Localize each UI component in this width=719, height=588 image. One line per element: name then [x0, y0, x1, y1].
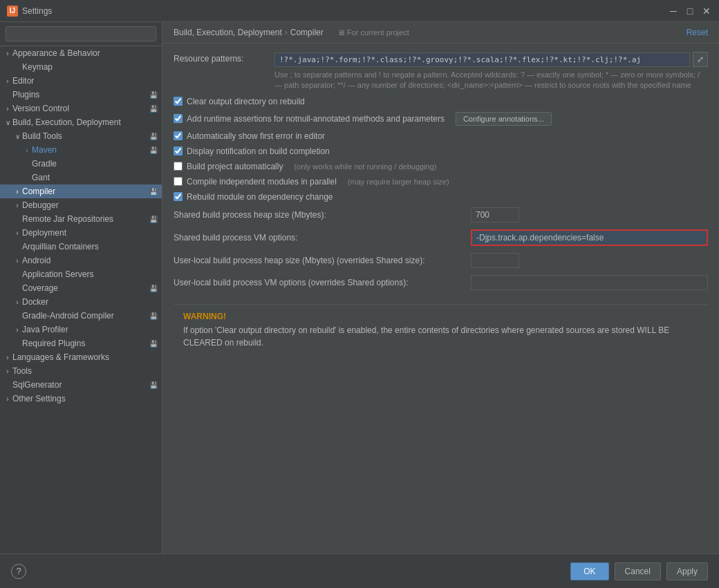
- heap-size-row: Shared build process heap size (Mbytes):: [174, 207, 708, 222]
- checkbox-row-runtime-assertions: Add runtime assertions for notnull-annot…: [174, 112, 708, 126]
- sidebar-label-maven: Maven: [32, 145, 149, 155]
- sidebar-label-tools: Tools: [12, 366, 162, 376]
- sidebar-item-keymap[interactable]: Keymap: [0, 60, 162, 74]
- checkbox-rebuild-dep[interactable]: [174, 192, 183, 201]
- user-vm-input[interactable]: [471, 275, 708, 290]
- vm-options-label: Shared build process VM options:: [174, 233, 471, 243]
- sidebar-item-compiler[interactable]: ›Compiler💾: [0, 184, 162, 198]
- sidebar-label-gradle: Gradle: [32, 159, 162, 169]
- sidebar: ›Appearance & BehaviorKeymap›EditorPlugi…: [0, 22, 162, 553]
- apply-button[interactable]: Apply: [666, 562, 708, 580]
- sidebar-label-gant: Gant: [32, 173, 162, 182]
- ok-button[interactable]: OK: [570, 562, 608, 580]
- resource-hint: Use ; to separate patterns and ! to nega…: [274, 70, 708, 91]
- resource-patterns-row: Resource patterns: ⤢ Use ; to separate p…: [174, 52, 708, 91]
- checkboxes-container: Clear output directory on rebuildAdd run…: [174, 97, 708, 202]
- checkbox-row-build-auto: Build project automatically(only works w…: [174, 162, 708, 171]
- sidebar-item-editor[interactable]: ›Editor: [0, 74, 162, 88]
- vm-options-input[interactable]: [471, 229, 708, 246]
- sidebar-label-version-control: Version Control: [12, 104, 149, 113]
- user-heap-row: User-local build process heap size (Mbyt…: [174, 253, 708, 268]
- warning-box: WARNING! If option 'Clear output directo…: [174, 304, 708, 356]
- breadcrumb-path: Build, Execution, Deployment: [174, 28, 282, 37]
- sidebar-label-gradle-android: Gradle-Android Compiler: [22, 311, 149, 321]
- save-icon-compiler: 💾: [149, 188, 158, 196]
- sidebar-label-remote-jar: Remote Jar Repositories: [22, 214, 149, 224]
- sidebar-item-maven[interactable]: ›Maven💾: [0, 143, 162, 157]
- checkbox-label-runtime-assertions: Add runtime assertions for notnull-annot…: [187, 114, 445, 124]
- user-vm-row: User-local build process VM options (ove…: [174, 275, 708, 290]
- sidebar-item-remote-jar[interactable]: Remote Jar Repositories💾: [0, 212, 162, 226]
- sidebar-item-arquillian[interactable]: Arquillian Containers: [0, 240, 162, 254]
- title-bar: IJ Settings ─ □ ✕: [0, 0, 719, 22]
- save-icon-maven: 💾: [149, 146, 158, 154]
- sidebar-item-plugins[interactable]: Plugins💾: [0, 88, 162, 102]
- user-vm-label: User-local build process VM options (ove…: [174, 278, 471, 287]
- checkbox-show-first-error[interactable]: [174, 131, 183, 140]
- expand-button[interactable]: ⤢: [693, 52, 708, 67]
- title-bar-left: IJ Settings: [7, 6, 52, 17]
- checkbox-runtime-assertions[interactable]: [174, 114, 183, 123]
- sidebar-item-android[interactable]: ›Android: [0, 254, 162, 267]
- sidebar-item-app-servers[interactable]: Application Servers: [0, 267, 162, 281]
- checkbox-clear-output[interactable]: [174, 97, 183, 106]
- minimize-button[interactable]: ─: [668, 6, 679, 17]
- sidebar-item-gradle[interactable]: Gradle: [0, 157, 162, 171]
- sidebar-item-docker[interactable]: ›Docker: [0, 295, 162, 309]
- user-heap-label: User-local build process heap size (Mbyt…: [174, 256, 471, 265]
- checkbox-compile-parallel[interactable]: [174, 177, 183, 186]
- sidebar-item-deployment[interactable]: ›Deployment: [0, 226, 162, 240]
- bottom-bar: ? OK Cancel Apply: [0, 553, 719, 588]
- save-icon-gradle-android: 💾: [149, 312, 158, 320]
- resource-patterns-input[interactable]: [274, 53, 690, 67]
- sidebar-label-docker: Docker: [22, 297, 162, 307]
- sidebar-item-other-settings[interactable]: ›Other Settings: [0, 392, 162, 406]
- sidebar-item-tools[interactable]: ›Tools: [0, 364, 162, 378]
- sidebar-item-gradle-android[interactable]: Gradle-Android Compiler💾: [0, 309, 162, 323]
- sidebar-item-languages[interactable]: ›Languages & Frameworks: [0, 350, 162, 364]
- sidebar-item-java-profiler[interactable]: ›Java Profiler: [0, 323, 162, 336]
- user-heap-input[interactable]: [471, 253, 519, 268]
- sidebar-item-debugger[interactable]: ›Debugger: [0, 198, 162, 212]
- sidebar-arrow-tools: ›: [3, 368, 12, 375]
- maximize-button[interactable]: □: [684, 6, 695, 17]
- sidebar-item-sqlgenerator[interactable]: SqlGenerator💾: [0, 378, 162, 392]
- sidebar-label-sqlgenerator: SqlGenerator: [12, 380, 149, 390]
- sidebar-label-plugins: Plugins: [12, 90, 149, 99]
- checkbox-label-rebuild-dep: Rebuild module on dependency change: [187, 192, 333, 202]
- cancel-button[interactable]: Cancel: [615, 562, 661, 580]
- sidebar-item-required-plugins[interactable]: Required Plugins💾: [0, 336, 162, 350]
- save-icon-remote-jar: 💾: [149, 216, 158, 223]
- side-note-build-auto: (only works while not running / debuggin…: [294, 162, 436, 171]
- checkbox-label-clear-output: Clear output directory on rebuild: [187, 97, 305, 106]
- sidebar-item-build-tools[interactable]: ∨Build Tools💾: [0, 129, 162, 143]
- sidebar-item-coverage[interactable]: Coverage💾: [0, 281, 162, 295]
- title-bar-controls[interactable]: ─ □ ✕: [668, 6, 712, 17]
- checkbox-label-compile-parallel: Compile independent modules in parallel: [187, 177, 337, 187]
- sidebar-item-version-control[interactable]: ›Version Control💾: [0, 102, 162, 115]
- heap-size-input[interactable]: [471, 207, 519, 222]
- configure-annotations-button[interactable]: Configure annotations...: [456, 112, 552, 126]
- sidebar-arrow-languages: ›: [3, 354, 12, 361]
- checkbox-row-clear-output: Clear output directory on rebuild: [174, 97, 708, 106]
- checkbox-row-display-notification: Display notification on build completion: [174, 146, 708, 156]
- sidebar-items-list: ›Appearance & BehaviorKeymap›EditorPlugi…: [0, 46, 162, 406]
- checkbox-display-notification[interactable]: [174, 146, 183, 155]
- close-button[interactable]: ✕: [701, 6, 712, 17]
- reset-button[interactable]: Reset: [687, 28, 708, 37]
- checkbox-build-auto[interactable]: [174, 162, 183, 171]
- monitor-icon: 🖥: [337, 28, 345, 37]
- sidebar-label-deployment: Deployment: [22, 228, 162, 238]
- sidebar-item-appearance[interactable]: ›Appearance & Behavior: [0, 46, 162, 60]
- sidebar-item-build-exec-deploy[interactable]: ∨Build, Execution, Deployment: [0, 115, 162, 129]
- app-icon: IJ: [7, 6, 18, 17]
- sidebar-item-gant[interactable]: Gant: [0, 171, 162, 184]
- warning-text: If option 'Clear output directory on reb…: [183, 324, 698, 349]
- sidebar-label-appearance: Appearance & Behavior: [12, 48, 162, 58]
- help-button[interactable]: ?: [11, 564, 26, 579]
- search-input[interactable]: [6, 26, 156, 41]
- sidebar-label-app-servers: Application Servers: [22, 269, 162, 279]
- sidebar-arrow-android: ›: [12, 257, 22, 265]
- save-icon-sqlgenerator: 💾: [149, 381, 158, 389]
- sidebar-label-build-tools: Build Tools: [22, 131, 149, 141]
